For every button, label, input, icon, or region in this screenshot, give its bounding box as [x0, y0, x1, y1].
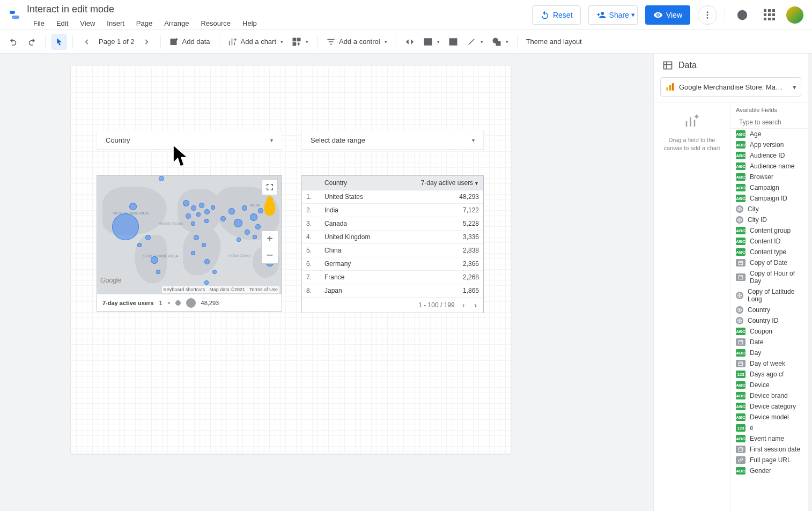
- field-item[interactable]: ABCAge: [730, 129, 808, 139]
- menu-help[interactable]: Help: [237, 17, 262, 29]
- map-pegman-icon[interactable]: [264, 199, 275, 216]
- date-range-control[interactable]: Select date range ▾: [301, 130, 484, 150]
- field-item[interactable]: ABCEvent name: [730, 433, 808, 444]
- field-item[interactable]: Day of week: [730, 358, 808, 369]
- prev-page-button[interactable]: [78, 34, 94, 50]
- fields-list[interactable]: ABCAgeABCApp versionABCAudience IDABCAud…: [730, 129, 808, 511]
- help-button[interactable]: [733, 5, 752, 25]
- field-item[interactable]: ABCContent type: [730, 247, 808, 257]
- redo-button[interactable]: [24, 34, 40, 50]
- google-apps-button[interactable]: [759, 5, 779, 25]
- table-col-index[interactable]: [302, 176, 320, 190]
- chart-drop-zone[interactable]: Drag a field to the canvas to add a char…: [654, 102, 730, 511]
- country-filter-control[interactable]: Country ▾: [97, 130, 282, 150]
- field-item[interactable]: Full page URL: [730, 455, 808, 465]
- menu-insert[interactable]: Insert: [101, 17, 130, 29]
- doc-title[interactable]: Interact in edit mode: [27, 4, 114, 15]
- table-row[interactable]: 7.France2,268: [302, 271, 483, 284]
- text-button[interactable]: [445, 34, 461, 50]
- table-prev-page-button[interactable]: ‹: [460, 300, 467, 310]
- share-dropdown-button[interactable]: ▾: [629, 5, 638, 25]
- map-zoom-out-button[interactable]: −: [262, 247, 278, 263]
- field-item[interactable]: Country: [730, 305, 808, 315]
- field-item[interactable]: ABCDevice: [730, 380, 808, 390]
- field-item[interactable]: 123e: [730, 423, 808, 433]
- image-button[interactable]: ▾: [420, 34, 443, 50]
- undo-button[interactable]: [5, 34, 21, 50]
- view-button[interactable]: View: [645, 5, 690, 25]
- field-item[interactable]: ABCCoupon: [730, 326, 808, 337]
- table-col-country[interactable]: Country: [320, 176, 394, 190]
- field-item[interactable]: Copy of Latitude Long: [730, 286, 808, 305]
- menu-arrange[interactable]: Arrange: [159, 17, 194, 29]
- theme-layout-button[interactable]: Theme and layout: [523, 34, 585, 50]
- map-terms-link[interactable]: Terms of Use: [249, 287, 278, 292]
- sort-desc-icon: ▼: [474, 181, 479, 186]
- field-item[interactable]: ABCGender: [730, 465, 808, 476]
- table-row[interactable]: 5.China2,838: [302, 244, 483, 257]
- fields-search[interactable]: [730, 116, 808, 129]
- map-zoom-in-button[interactable]: +: [262, 231, 278, 247]
- field-item[interactable]: ABCAudience name: [730, 161, 808, 172]
- field-item[interactable]: ABCDay: [730, 347, 808, 358]
- field-item[interactable]: ABCCampaign: [730, 182, 808, 193]
- field-item[interactable]: City ID: [730, 214, 808, 225]
- table-row[interactable]: 8.Japan1,865: [302, 284, 483, 298]
- country-table-chart[interactable]: Country 7-day active users▼ 1.United Sta…: [301, 175, 484, 313]
- page-indicator[interactable]: Page 1 of 2: [99, 38, 135, 46]
- menu-resource[interactable]: Resource: [195, 17, 236, 29]
- account-avatar[interactable]: [786, 6, 803, 24]
- field-item[interactable]: Country ID: [730, 315, 808, 326]
- field-item[interactable]: ABCContent group: [730, 225, 808, 236]
- field-item[interactable]: ABCBrowser: [730, 172, 808, 182]
- field-type-icon: ABC: [736, 152, 745, 159]
- field-name: Copy of Date: [750, 259, 787, 266]
- field-item[interactable]: ABCCampaign ID: [730, 193, 808, 204]
- field-item[interactable]: ABCDevice category: [730, 401, 808, 412]
- table-row[interactable]: 2.India7,122: [302, 204, 483, 217]
- table-col-metric[interactable]: 7-day active users▼: [394, 176, 483, 190]
- field-item[interactable]: ABCDevice brand: [730, 390, 808, 401]
- table-next-page-button[interactable]: ›: [472, 300, 479, 310]
- add-control-button[interactable]: Add a control▾: [323, 34, 390, 50]
- url-embed-button[interactable]: [402, 34, 418, 50]
- field-item[interactable]: ABCApp version: [730, 139, 808, 150]
- table-row[interactable]: 6.Germany2,366: [302, 257, 483, 271]
- map-fullscreen-button[interactable]: [262, 179, 278, 195]
- field-item[interactable]: Copy of Hour of Day: [730, 268, 808, 286]
- available-fields-header: Available Fields: [730, 102, 808, 116]
- field-item[interactable]: Date: [730, 337, 808, 347]
- community-viz-button[interactable]: ▾: [289, 34, 312, 50]
- data-source-selector[interactable]: Google Merchandise Store: Ma… ▾: [660, 77, 801, 97]
- table-row[interactable]: 4.United Kingdom3,336: [302, 231, 483, 244]
- field-item[interactable]: City: [730, 204, 808, 214]
- menu-edit[interactable]: Edit: [51, 17, 73, 29]
- add-data-button[interactable]: Add data: [166, 34, 213, 50]
- more-options-button[interactable]: [698, 5, 717, 25]
- menu-file[interactable]: File: [28, 17, 50, 29]
- report-canvas[interactable]: Country ▾ Select date range ▾: [71, 65, 511, 454]
- menu-page[interactable]: Page: [131, 17, 158, 29]
- reset-button[interactable]: Reset: [532, 5, 581, 25]
- right-scrollbar[interactable]: [808, 54, 812, 511]
- table-row[interactable]: 3.Canada5,228: [302, 217, 483, 231]
- line-button[interactable]: ▾: [463, 34, 486, 50]
- table-row[interactable]: 1.United States48,293: [302, 190, 483, 204]
- field-item[interactable]: ABCContent ID: [730, 236, 808, 247]
- menu-view[interactable]: View: [75, 17, 100, 29]
- next-page-button[interactable]: [139, 34, 155, 50]
- map-viewport[interactable]: NORTH AMERICA SOUTH AMERICA ASIA Atlanti…: [97, 176, 282, 294]
- field-item[interactable]: 123Days ago cf: [730, 369, 808, 380]
- svg-rect-9: [298, 38, 300, 41]
- field-item[interactable]: Copy of Date: [730, 257, 808, 268]
- canvas-area[interactable]: Country ▾ Select date range ▾: [0, 54, 653, 511]
- field-item[interactable]: First session date: [730, 444, 808, 455]
- map-keyboard-shortcuts-link[interactable]: Keyboard shortcuts: [164, 287, 205, 292]
- geo-map-chart[interactable]: NORTH AMERICA SOUTH AMERICA ASIA Atlanti…: [97, 175, 282, 312]
- select-tool-button[interactable]: [51, 34, 67, 50]
- fields-search-input[interactable]: [739, 119, 808, 126]
- field-item[interactable]: ABCAudience ID: [730, 150, 808, 161]
- field-item[interactable]: ABCDevice model: [730, 412, 808, 423]
- add-chart-button[interactable]: Add a chart▾: [225, 34, 287, 50]
- shape-button[interactable]: ▾: [489, 34, 512, 50]
